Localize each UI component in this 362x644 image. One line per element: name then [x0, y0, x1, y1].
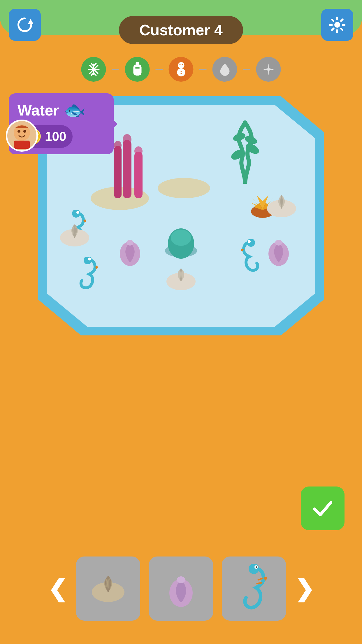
svg-point-64: [249, 564, 259, 574]
check-button[interactable]: [301, 487, 345, 530]
progress-row: [81, 57, 281, 82]
svg-rect-20: [135, 67, 140, 69]
shell-white-2: [266, 192, 298, 219]
check-icon: [311, 497, 334, 520]
connector-4: [243, 69, 250, 70]
svg-point-1: [334, 22, 340, 28]
svg-point-31: [134, 146, 143, 156]
svg-point-63: [177, 576, 185, 583]
progress-step-1: [81, 57, 106, 82]
snowflake-icon: [87, 63, 100, 76]
svg-point-45: [88, 258, 91, 260]
bottle-icon: [132, 62, 143, 77]
bubble-title: Water: [17, 102, 59, 119]
reset-button[interactable]: [9, 9, 41, 41]
shell-purple-2: [117, 233, 143, 268]
svg-rect-19: [133, 64, 141, 76]
toolbar-item-shell-white[interactable]: [76, 556, 140, 621]
svg-line-9: [331, 28, 334, 31]
svg-point-30: [123, 134, 131, 145]
svg-rect-18: [136, 62, 139, 64]
toolbar-seahorse-icon: [238, 564, 270, 613]
shell-purple-svg-1: [266, 233, 292, 268]
sparkle-icon: [262, 63, 275, 76]
progress-step-4: [212, 57, 237, 82]
svg-point-59: [23, 130, 26, 133]
svg-point-56: [126, 240, 133, 246]
svg-point-21: [178, 62, 184, 69]
stone-svg: [162, 228, 200, 260]
coin-amount: 100: [45, 129, 66, 144]
customer-title: Customer 4: [119, 16, 243, 44]
settings-button[interactable]: [321, 9, 353, 41]
svg-point-48: [248, 240, 251, 243]
toolbar-shell-white-icon: [89, 574, 127, 603]
svg-line-7: [340, 28, 343, 31]
svg-point-23: [179, 64, 180, 65]
toolbar-item-seahorse[interactable]: [222, 556, 286, 621]
svg-point-47: [247, 239, 255, 247]
water-icon: [219, 62, 231, 76]
shell-white-svg-2: [266, 192, 298, 219]
fish-icon: 🐟: [64, 100, 86, 120]
connector-1: [112, 69, 119, 70]
shell-white-svg-1: [59, 222, 91, 248]
svg-point-40: [171, 230, 191, 246]
svg-line-8: [340, 19, 343, 22]
center-stone: [162, 228, 200, 260]
svg-point-42: [76, 211, 79, 214]
snowman-icon: [175, 62, 187, 77]
svg-line-6: [331, 19, 334, 22]
progress-step-5: [256, 57, 281, 82]
shell-white-3: [165, 265, 197, 292]
seahorse-svg-3: [239, 239, 263, 274]
seahorse-2: [76, 257, 99, 292]
prev-arrow[interactable]: ❮: [48, 575, 67, 602]
seahorse-svg-2: [76, 257, 99, 292]
seaweed: [222, 120, 268, 184]
svg-point-24: [182, 64, 183, 65]
shell-purple-svg-2: [117, 233, 143, 268]
svg-rect-29: [114, 146, 122, 198]
next-arrow[interactable]: ❯: [295, 575, 314, 602]
bottom-toolbar: ❮ ❯: [0, 539, 362, 644]
shell-purple-1: [266, 233, 292, 268]
sand-patch-2: [158, 178, 210, 198]
progress-step-3: [169, 57, 194, 82]
progress-step-2: [125, 57, 150, 82]
svg-point-54: [275, 240, 282, 246]
customer-label: Customer 4: [139, 22, 223, 38]
svg-point-25: [180, 71, 182, 72]
settings-icon: [328, 16, 346, 34]
svg-point-26: [180, 73, 182, 74]
toolbar-shell-purple-icon: [166, 568, 196, 609]
svg-point-44: [84, 257, 92, 264]
svg-point-66: [256, 566, 257, 568]
shell-white-1: [59, 222, 91, 248]
connector-2: [156, 69, 163, 70]
toolbar-item-shell-purple[interactable]: [149, 556, 213, 621]
svg-point-32: [114, 141, 122, 150]
shell-white-svg-3: [165, 265, 197, 292]
bubble-top: Water 🐟: [17, 100, 105, 120]
svg-marker-0: [28, 19, 34, 24]
customer-avatar: [6, 120, 38, 152]
svg-point-41: [72, 210, 80, 218]
reset-icon: [16, 16, 34, 34]
seahorse-3: [239, 239, 263, 274]
svg-rect-27: [123, 140, 131, 198]
connector-3: [199, 69, 207, 70]
avatar-face: [9, 123, 35, 149]
svg-rect-28: [134, 152, 143, 198]
svg-point-58: [17, 130, 20, 133]
seaweed-svg: [222, 120, 268, 184]
svg-rect-60: [14, 141, 30, 149]
svg-line-69: [257, 583, 262, 584]
